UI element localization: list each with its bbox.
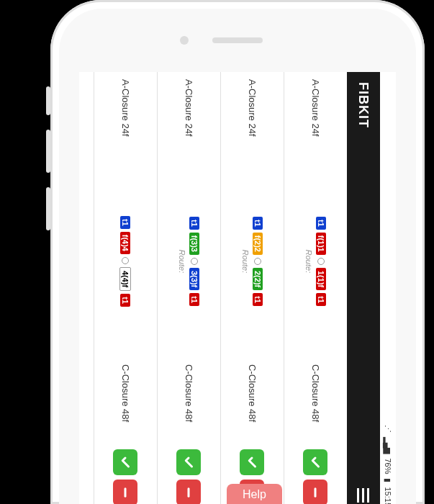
left-fiber-tag: f(3)3 — [190, 233, 200, 255]
left-closure-label: A-Closure 24f — [120, 79, 131, 158]
right-fiber-tag: 4(4)f — [120, 267, 132, 291]
fiber-connection: t1f(4)44(4)ft1 — [120, 164, 132, 359]
left-tube-tag: t1 — [121, 216, 131, 229]
connection-row: A-Closure 24ft1f(3)33(3)ft1Route:C-Closu… — [157, 72, 220, 504]
wifi-icon: ⋰ — [384, 425, 393, 433]
signal-icon: ▂▄▆ — [384, 437, 393, 454]
right-closure-label: C-Closure 48f — [120, 364, 131, 444]
clock: 15:15 — [384, 487, 392, 504]
splice-icon — [255, 258, 262, 265]
content-list: A-Closure 24ft1f(1)11(1)ft1Route:C-Closu… — [79, 72, 347, 504]
left-fiber-tag: f(4)4 — [121, 232, 131, 254]
menu-icon[interactable] — [358, 488, 370, 503]
connection-row: A-Closure 24ft1f(2)22(2)ft1Route:C-Closu… — [220, 72, 284, 504]
right-tube-tag: t1 — [121, 294, 131, 307]
fiber-connection: t1f(1)11(1)ft1Route: — [305, 164, 327, 359]
confirm-button[interactable] — [304, 449, 328, 475]
row-actions — [114, 449, 138, 504]
right-fiber-tag: 1(1)f — [317, 268, 327, 290]
confirm-button[interactable] — [240, 449, 265, 475]
right-tube-tag: t1 — [317, 293, 327, 306]
right-closure-label: C-Closure 48f — [247, 364, 258, 444]
delete-button[interactable] — [304, 480, 328, 504]
right-tube-tag: t1 — [253, 293, 263, 306]
route-label: Route: — [178, 250, 187, 273]
route-label: Route: — [242, 250, 250, 273]
right-fiber-tag: 2(2)f — [253, 268, 263, 290]
fiber-connection: t1f(2)22(2)ft1Route: — [242, 164, 263, 359]
left-closure-label: A-Closure 24f — [310, 79, 321, 158]
row-actions — [177, 449, 202, 504]
splice-icon — [122, 257, 130, 264]
confirm-button[interactable] — [114, 449, 138, 475]
fiber-connection: t1f(3)33(3)ft1Route: — [178, 164, 200, 359]
left-fiber-tag: f(1)1 — [317, 233, 327, 255]
left-closure-label: A-Closure 24f — [247, 79, 258, 158]
splice-icon — [318, 258, 325, 265]
app-title: FIBKIT — [356, 82, 371, 128]
connection-row: A-Closure 24ft1f(4)44(4)ft1C-Closure 48f — [94, 72, 157, 504]
delete-button[interactable] — [177, 480, 202, 504]
help-button[interactable]: Help — [227, 484, 282, 504]
battery-percent: 76% — [384, 458, 392, 474]
app-header: FIBKIT — [347, 72, 380, 504]
left-closure-label: A-Closure 24f — [184, 79, 194, 158]
screen: ⋰ ▂▄▆ 76% ▮ 15:15 FIBKIT A-Closure 24ft1… — [79, 72, 396, 504]
confirm-button[interactable] — [177, 449, 202, 475]
row-actions — [304, 449, 328, 504]
splice-icon — [191, 258, 199, 265]
battery-icon: ▮ — [384, 478, 393, 482]
left-tube-tag: t1 — [253, 217, 263, 230]
right-closure-label: C-Closure 48f — [184, 364, 194, 444]
left-tube-tag: t1 — [317, 217, 327, 230]
left-fiber-tag: f(2)2 — [253, 233, 263, 255]
left-tube-tag: t1 — [190, 217, 200, 230]
right-closure-label: C-Closure 48f — [310, 364, 321, 444]
phone-frame: ⋰ ▂▄▆ 76% ▮ 15:15 FIBKIT A-Closure 24ft1… — [50, 0, 425, 504]
right-fiber-tag: 3(3)f — [190, 268, 200, 290]
status-bar: ⋰ ▂▄▆ 76% ▮ 15:15 — [380, 72, 396, 504]
right-tube-tag: t1 — [190, 293, 200, 306]
connection-row: A-Closure 24ft1f(1)11(1)ft1Route:C-Closu… — [284, 72, 347, 504]
delete-button[interactable] — [114, 480, 138, 504]
route-label: Route: — [305, 250, 314, 273]
